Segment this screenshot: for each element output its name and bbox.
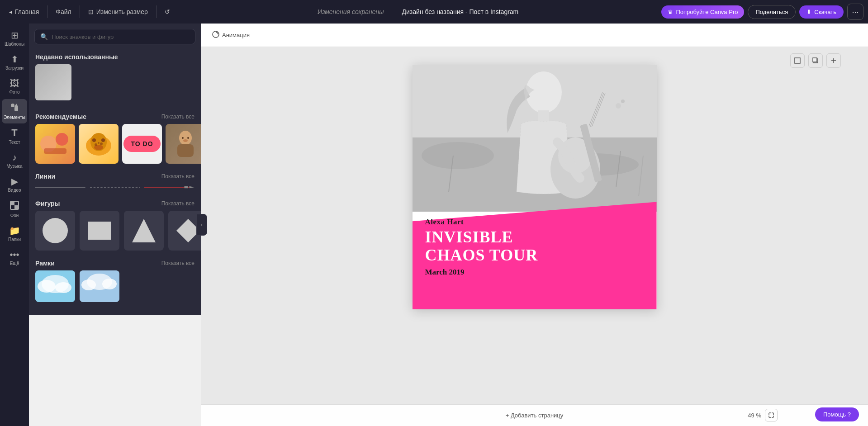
home-label: Главная xyxy=(15,8,39,15)
canvas-scroll-area[interactable]: Alexa Hart INVISIBLE CHAOS TOUR March 20… xyxy=(201,47,868,426)
svg-marker-2 xyxy=(14,104,18,107)
recently-used-header: Недавно использованные xyxy=(29,48,201,64)
sidebar-item-more[interactable]: ••• Ещё xyxy=(2,246,27,270)
line-item-dashed[interactable] xyxy=(90,184,140,191)
search-icon: 🔍 xyxy=(40,33,48,40)
shapes-show-all[interactable]: Показать все xyxy=(161,200,194,207)
recent-item[interactable] xyxy=(35,64,71,100)
animation-button[interactable]: Анимация xyxy=(208,28,253,43)
music-icon: ♪ xyxy=(12,153,17,162)
recommended-item-3[interactable]: TO DO xyxy=(122,124,162,164)
shape-circle[interactable] xyxy=(35,211,75,251)
shape-rectangle[interactable] xyxy=(80,211,119,251)
add-page-label: + Добавить страницу xyxy=(506,412,564,419)
svg-point-0 xyxy=(11,104,14,107)
share-label: Поделиться xyxy=(755,9,788,15)
canvas-page[interactable]: Alexa Hart INVISIBLE CHAOS TOUR March 20… xyxy=(413,65,657,309)
file-button[interactable]: Файл xyxy=(51,5,76,18)
shapes-title: Фигуры xyxy=(35,200,60,207)
doc-title: Дизайн без названия - Пост в Instagram xyxy=(402,8,519,15)
download-icon: ⬇ xyxy=(806,9,811,15)
line-item-solid[interactable] xyxy=(35,184,85,191)
canvas-top-icons xyxy=(790,53,841,68)
canva-pro-label: Попробуйте Canva Pro xyxy=(676,9,738,15)
svg-point-7 xyxy=(56,133,68,146)
sidebar-item-background[interactable]: Фон xyxy=(2,197,27,222)
recommended-items-row: TO DO › xyxy=(29,124,201,167)
frame-item-1[interactable] xyxy=(35,270,75,302)
help-button[interactable]: Помощь ? xyxy=(815,407,859,421)
top-bar: ◂ Главная Файл ⊡ Изменить размер ↺ Измен… xyxy=(0,0,868,24)
photos-label: Фото xyxy=(9,90,20,95)
recommended-item-1[interactable] xyxy=(35,124,75,164)
svg-marker-29 xyxy=(132,219,156,242)
recent-items xyxy=(29,64,201,108)
todo-text: TO DO xyxy=(131,140,153,147)
main-area: ⊞ Шаблоны ⬆ Загрузки 🖼 Фото Элементы T Т… xyxy=(0,24,868,426)
left-panel: 🔍 Недавно использованные Рекомендуемые П… xyxy=(29,24,201,315)
sidebar-item-elements[interactable]: Элементы xyxy=(2,99,27,123)
sidebar-item-photos[interactable]: 🖼 Фото xyxy=(2,75,27,98)
music-label: Музыка xyxy=(6,164,22,169)
canva-pro-button[interactable]: ♛ Попробуйте Canva Pro xyxy=(661,5,744,19)
svg-point-21 xyxy=(183,139,188,142)
recommended-title: Рекомендуемые xyxy=(35,113,86,120)
download-button[interactable]: ⬇ Скачать xyxy=(799,5,844,19)
animation-icon xyxy=(212,30,220,40)
artist-name: Alexa Hart xyxy=(425,218,644,227)
more-button[interactable]: ··· xyxy=(847,4,863,20)
svg-point-53 xyxy=(526,71,562,113)
zoom-expand-button[interactable] xyxy=(765,409,778,421)
canvas-toolbar: Анимация xyxy=(201,24,868,47)
recommended-show-all[interactable]: Показать все xyxy=(161,114,194,120)
panel-collapse-button[interactable]: ‹ xyxy=(196,214,207,236)
divider-3 xyxy=(156,5,157,18)
frame-icon-button[interactable] xyxy=(790,53,805,68)
recommended-item-2[interactable] xyxy=(79,124,119,164)
frames-show-all[interactable]: Показать все xyxy=(161,260,194,266)
search-bar[interactable]: 🔍 xyxy=(34,29,195,44)
recommended-item-4[interactable] xyxy=(166,124,201,164)
svg-point-48 xyxy=(422,142,494,169)
duplicate-icon-button[interactable] xyxy=(808,53,823,68)
elements-icon xyxy=(10,103,19,113)
svg-rect-28 xyxy=(88,222,111,240)
back-icon: ◂ xyxy=(9,8,12,15)
svg-rect-25 xyxy=(185,186,188,188)
sidebar-item-uploads[interactable]: ⬆ Загрузки xyxy=(2,51,27,74)
download-label: Скачать xyxy=(814,9,836,15)
shape-triangle[interactable] xyxy=(124,211,164,251)
frame-item-2[interactable] xyxy=(80,270,119,302)
sidebar-item-text[interactable]: T Текст xyxy=(2,124,27,148)
sidebar-item-video[interactable]: ▶ Видео xyxy=(2,173,27,196)
templates-icon: ⊞ xyxy=(11,31,19,40)
sidebar-item-templates[interactable]: ⊞ Шаблоны xyxy=(2,27,27,50)
text-label: Текст xyxy=(9,140,20,145)
bottom-bar: + Добавить страницу 49 % Помощь ? xyxy=(201,404,868,426)
share-button[interactable]: Поделиться xyxy=(748,5,796,19)
svg-point-61 xyxy=(616,103,621,109)
svg-point-16 xyxy=(98,142,100,144)
recommended-header: Рекомендуемые Показать все xyxy=(29,108,201,124)
undo-button[interactable]: ↺ xyxy=(160,5,175,18)
crown-icon: ♛ xyxy=(668,9,673,15)
lines-show-all[interactable]: Показать все xyxy=(161,173,194,180)
search-input[interactable] xyxy=(52,33,190,40)
line-item-red[interactable] xyxy=(144,184,194,191)
sidebar-item-music[interactable]: ♪ Музыка xyxy=(2,149,27,172)
tour-title-line1: INVISIBLE xyxy=(425,228,513,246)
panel-wrapper: 🔍 Недавно использованные Рекомендуемые П… xyxy=(29,24,201,426)
home-button[interactable]: ◂ Главная xyxy=(5,5,43,18)
tour-title: INVISIBLE CHAOS TOUR xyxy=(425,228,644,264)
video-label: Видео xyxy=(8,188,21,193)
zoom-controls: 49 % xyxy=(748,409,778,421)
lines-row xyxy=(29,184,201,194)
shapes-header: Фигуры Показать все xyxy=(29,194,201,211)
help-label: Помощь ? xyxy=(823,411,851,418)
add-page-button[interactable]: + Добавить страницу xyxy=(506,412,564,419)
saved-label: Изменения сохранены xyxy=(318,8,384,15)
add-icon-button[interactable] xyxy=(826,53,841,68)
resize-button[interactable]: ⊡ Изменить размер xyxy=(84,5,152,18)
zoom-percent: 49 % xyxy=(748,412,761,419)
sidebar-item-folders[interactable]: 📁 Папки xyxy=(2,222,27,246)
